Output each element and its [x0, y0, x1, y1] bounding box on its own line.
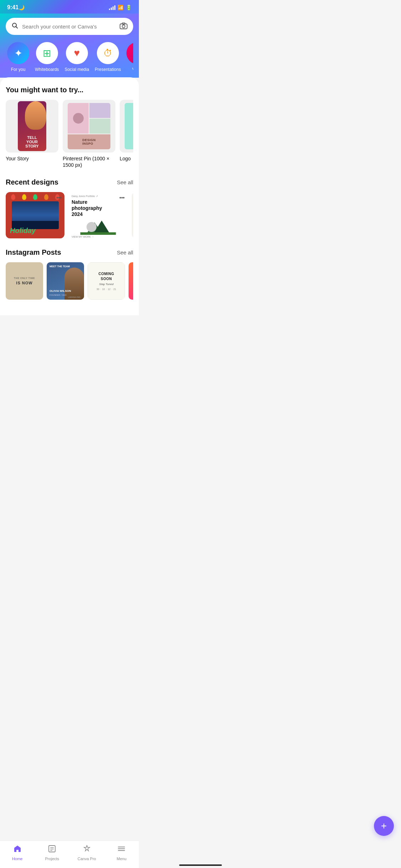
insta-card-gradient[interactable]: er: [129, 262, 133, 300]
instagram-section: Instagram Posts See all THE ONLY TIME IS…: [6, 248, 133, 300]
category-item-whiteboards[interactable]: ⊞ Whiteboards: [35, 42, 59, 78]
insta-card-coming-soon[interactable]: COMING SOON Stay Tuned 30 · 10 · 12 · 21: [88, 262, 125, 300]
team-name: OLIVIA WILSON: [50, 289, 71, 293]
date-4: 21: [113, 288, 116, 290]
try-cards-row: TELLYOURSTORY Your Story DESIGNINSPO: [6, 100, 133, 168]
recent-section-title: Recent designs: [6, 178, 58, 186]
instagram-see-all[interactable]: See all: [117, 249, 133, 255]
search-icon: [11, 22, 19, 31]
category-item-social-media[interactable]: ♥ Social media: [64, 42, 89, 78]
category-row: ✦ For you ⊞ Whiteboards ♥ Social media ⏱…: [6, 42, 133, 78]
try-card-your-story[interactable]: TELLYOURSTORY Your Story: [6, 100, 58, 168]
recent-card-holiday[interactable]: Holiday •••: [6, 192, 64, 238]
insta-card-meet-team[interactable]: MEET THE TEAM OLIVIA WILSON FOUNDER / CE…: [47, 262, 84, 300]
try-card-pinterest[interactable]: DESIGNINSPO Pinterest Pin (1000 × 1500 p…: [63, 100, 115, 168]
social-media-icon: ♥: [74, 47, 80, 59]
try-section: You might want to try... TELLYOURSTORY Y…: [6, 86, 133, 168]
category-label-social-media: Social media: [64, 67, 89, 72]
date-1: 30: [97, 288, 99, 290]
recent-menu-holiday[interactable]: •••: [56, 195, 62, 201]
holiday-label: Holiday: [10, 227, 36, 235]
date-sep-3: ·: [111, 288, 112, 290]
is-now-big-text: IS NOW: [16, 281, 32, 285]
instagram-section-title: Instagram Posts: [6, 248, 61, 257]
date-sep-2: ·: [106, 288, 107, 290]
team-title: FOUNDER / CEO: [50, 294, 67, 296]
battery-icon: 🔋: [126, 5, 132, 10]
for-you-icon: ✦: [14, 47, 22, 59]
is-now-small-text: THE ONLY TIME: [14, 277, 35, 279]
recent-section: Recent designs See all: [6, 178, 133, 238]
try-card-label-logo: Logo: [120, 155, 133, 162]
camera-icon[interactable]: [120, 22, 127, 31]
wifi-icon: 📶: [118, 5, 124, 10]
category-label-presentations: Presentations: [95, 67, 121, 72]
team-company: LARANA INC.: [68, 296, 81, 298]
svg-point-3: [122, 25, 125, 28]
category-item-video[interactable]: ▶ Video: [126, 42, 133, 78]
nature-title: Naturephotography2024: [72, 199, 125, 217]
status-icons: 📶 🔋: [109, 5, 132, 10]
category-label-video: Video: [132, 67, 133, 72]
status-moon-icon: 🌙: [19, 5, 25, 10]
recent-menu-nature[interactable]: •••: [119, 195, 125, 201]
svg-rect-7: [80, 232, 116, 235]
coming-soon-line2: SOON: [101, 277, 112, 281]
coming-soon-line1: COMING: [98, 272, 114, 276]
date-sep-1: ·: [100, 288, 101, 290]
signal-icon: [109, 5, 115, 10]
stay-tuned: Stay Tuned: [99, 283, 113, 286]
search-bar[interactable]: [6, 18, 133, 35]
svg-line-1: [16, 27, 18, 29]
nature-top-label: Daisy Jones Portfolio ↗: [72, 195, 125, 198]
category-item-presentations[interactable]: ⏱ Presentations: [95, 42, 121, 78]
instagram-cards-row: THE ONLY TIME IS NOW MEET THE TEAM OLIVI…: [6, 262, 133, 300]
meet-team-text: MEET THE TEAM: [50, 265, 70, 268]
try-card-logo[interactable]: YOURBRAND Logo: [120, 100, 133, 168]
status-bar: 9:41 🌙 📶 🔋: [0, 0, 139, 14]
insta-card-is-now[interactable]: THE ONLY TIME IS NOW: [6, 262, 43, 300]
status-time: 9:41: [7, 4, 19, 11]
main-content: You might want to try... TELLYOURSTORY Y…: [0, 77, 139, 315]
category-label-for-you: For you: [11, 67, 26, 72]
recent-card-nature[interactable]: Daisy Jones Portfolio ↗ Naturephotograph…: [69, 192, 127, 238]
category-item-for-you[interactable]: ✦ For you: [7, 42, 29, 78]
date-3: 12: [108, 288, 110, 290]
recent-see-all[interactable]: See all: [117, 179, 133, 185]
recent-card-bethany[interactable]: BIO PORTFOLIO Bethany Jones I'm a dedica…: [132, 192, 133, 238]
try-card-label-your-story: Your Story: [6, 155, 58, 162]
svg-rect-4: [122, 23, 125, 24]
header: ✦ For you ⊞ Whiteboards ♥ Social media ⏱…: [0, 14, 139, 78]
try-section-title: You might want to try...: [6, 86, 133, 94]
category-label-whiteboards: Whiteboards: [35, 67, 59, 72]
try-card-label-pinterest: Pinterest Pin (1000 × 1500 px): [63, 155, 115, 168]
whiteboards-icon: ⊞: [43, 47, 51, 59]
presentations-icon: ⏱: [103, 48, 113, 59]
svg-rect-2: [120, 24, 127, 29]
search-input[interactable]: [22, 24, 116, 30]
recent-cards-row: Holiday ••• Daisy Jones Portfolio ↗ Natu…: [6, 192, 133, 238]
date-2: 10: [102, 288, 105, 290]
